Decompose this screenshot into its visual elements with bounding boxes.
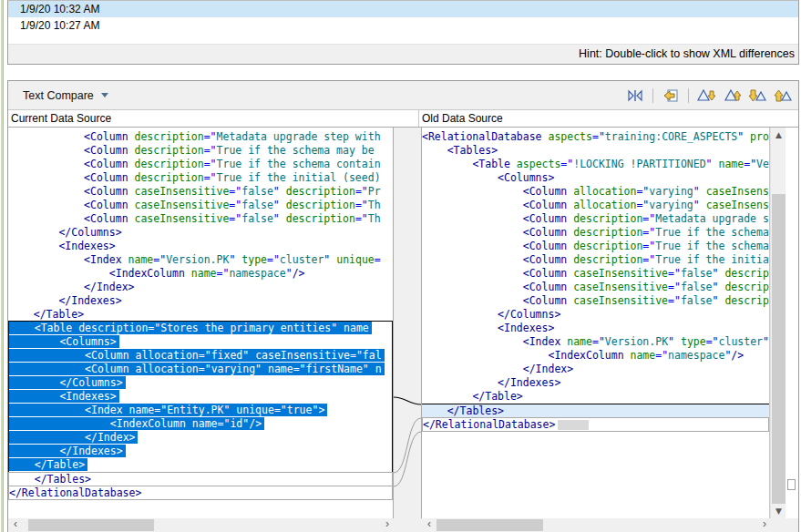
code-line: <Column caseInsensitive="false" descript…: [8, 185, 393, 199]
diff-connectors: [394, 128, 421, 518]
code-line: <Column description="True if the schema …: [8, 158, 393, 171]
code-line: <Column caseInsensitive="false" descript…: [422, 267, 769, 281]
code-line: <Column description="True if the initial…: [8, 171, 393, 185]
right-horizontal-scrollbar[interactable]: ‹ ›: [422, 518, 772, 532]
overview-diff-marker[interactable]: [787, 479, 796, 490]
toolbar-separator: [652, 88, 653, 103]
code-line: <Column caseInsensitive="false" descript…: [422, 281, 769, 294]
code-line: </Columns>: [9, 376, 392, 390]
left-pane-title: Current Data Source: [8, 110, 418, 127]
history-row[interactable]: 1/9/20 10:27 AM: [8, 17, 798, 34]
scrollbar-corner: [772, 518, 798, 532]
code-line: <RelationalDatabase aspects="training:CO…: [422, 130, 769, 144]
code-line: <Column description="True if the schema …: [422, 240, 769, 253]
code-line: </Columns>: [8, 226, 393, 240]
history-row[interactable]: 1/9/20 10:32 AM: [8, 1, 798, 17]
code-line: </Table>: [8, 308, 393, 322]
code-line: <Indexes>: [9, 390, 392, 404]
code-line: <Column allocation="fixed" caseInsensiti…: [9, 349, 392, 363]
code-line: <Column caseInsensitive="false" descript…: [422, 294, 769, 308]
code-line: <Column description="True if the schema …: [8, 144, 393, 158]
right-pane-title: Old Data Source: [419, 110, 798, 127]
chevron-down-icon: [101, 93, 108, 97]
copy-all-from-right-to-left-icon[interactable]: [661, 86, 681, 106]
compare-editor: Text Compare: [7, 80, 799, 532]
scroll-up-arrow-icon[interactable]: ▲: [771, 128, 786, 142]
code-line: <Column caseInsensitive="false" descript…: [8, 212, 393, 226]
scroll-left-arrow-icon[interactable]: ‹: [8, 518, 23, 532]
empty-range-marker: [558, 420, 589, 430]
scroll-right-arrow-icon[interactable]: ›: [380, 518, 395, 532]
code-line: <Index name="Entity.PK" unique="true">: [9, 404, 392, 417]
code-line: </Table>: [9, 458, 392, 472]
previous-difference-icon[interactable]: [722, 86, 742, 106]
code-line: <Column description="True if the initial…: [422, 253, 769, 267]
code-line: <Tables>: [422, 144, 769, 158]
scroll-right-arrow-icon[interactable]: ›: [757, 518, 772, 532]
code-line: <Columns>: [422, 171, 769, 185]
code-line: </Columns>: [422, 308, 769, 322]
code-line: </Indexes>: [422, 376, 769, 390]
code-line: <Index name="Version.PK" type="cluster" …: [8, 253, 393, 267]
code-line: </Table>: [422, 390, 769, 404]
code-line: <Index name="Version.PK" type="cluster" …: [422, 335, 769, 349]
code-line: <Table aspects="!LOCKING !PARTITIONED" n…: [422, 158, 769, 171]
code-line: </Indexes>: [8, 294, 393, 308]
code-line: <Column description="True if the schema …: [422, 226, 769, 240]
scroll-left-arrow-icon[interactable]: ‹: [422, 518, 436, 532]
next-change-icon[interactable]: [747, 86, 767, 106]
vertical-scrollbar[interactable]: ▲ ▼: [770, 128, 786, 518]
code-line: </Index>: [8, 281, 393, 294]
code-line: </Tables>: [422, 404, 769, 418]
right-h-scrollbar-thumb[interactable]: [436, 519, 543, 531]
code-line: </Tables>: [8, 472, 393, 486]
compare-mode-dropdown[interactable]: Text Compare: [17, 86, 114, 106]
code-line: <IndexColumn name="namespace"/>: [8, 267, 393, 281]
code-line: </RelationalDatabase>: [422, 417, 769, 432]
code-line: <IndexColumn name="namespace"/>: [422, 349, 769, 363]
swap-left-right-view-icon[interactable]: [625, 86, 645, 106]
history-panel: 1/9/20 10:32 AM1/9/20 10:27 AM Hint: Dou…: [7, 0, 799, 65]
code-line: </RelationalDatabase>: [8, 486, 393, 500]
code-line: <IndexColumn name="id"/>: [9, 417, 392, 431]
code-line: <Column description="Metadata upgrade st…: [8, 130, 393, 144]
code-line: <Table description="Stores the primary e…: [9, 322, 392, 335]
code-line: <Column allocation="varying" caseInsensi…: [422, 185, 769, 199]
scroll-down-arrow-icon[interactable]: ▼: [771, 504, 786, 518]
code-line: <Column allocation="varying" name="first…: [9, 363, 392, 376]
code-line: <Columns>: [9, 335, 392, 349]
code-line: <Column caseInsensitive="false" descript…: [8, 199, 393, 212]
compare-toolbar: Text Compare: [8, 81, 798, 110]
compare-mode-label: Text Compare: [23, 89, 94, 102]
code-line: </Index>: [9, 431, 392, 445]
code-line: </Indexes>: [9, 445, 392, 458]
code-line: <Indexes>: [422, 322, 769, 335]
previous-change-icon[interactable]: [773, 86, 793, 106]
code-line: </Index>: [422, 363, 769, 376]
code-line: <Column allocation="varying" caseInsensi…: [422, 199, 769, 212]
code-line: <Indexes>: [8, 240, 393, 253]
diff-connector-gutter: [394, 128, 421, 518]
window-edge: [0, 0, 6, 532]
next-difference-icon[interactable]: [696, 86, 716, 106]
vertical-scrollbar-thumb[interactable]: [772, 194, 786, 504]
left-code-pane[interactable]: <Column description="Metadata upgrade st…: [8, 128, 394, 518]
overview-ruler: [786, 128, 798, 518]
scrollbar-gutter-spacer: [395, 518, 422, 532]
selected-diff-block[interactable]: <Table description="Stores the primary e…: [8, 321, 393, 473]
history-list[interactable]: 1/9/20 10:32 AM1/9/20 10:27 AM: [8, 1, 798, 44]
code-line: <Column description="Metadata upgrade st…: [422, 212, 769, 226]
left-horizontal-scrollbar[interactable]: ‹ ›: [8, 518, 395, 532]
hint-text: Hint: Double-click to show XML differenc…: [8, 44, 798, 64]
right-code-pane[interactable]: <RelationalDatabase aspects="training:CO…: [421, 128, 770, 518]
left-h-scrollbar-thumb[interactable]: [28, 519, 154, 531]
toolbar-separator: [688, 88, 689, 103]
